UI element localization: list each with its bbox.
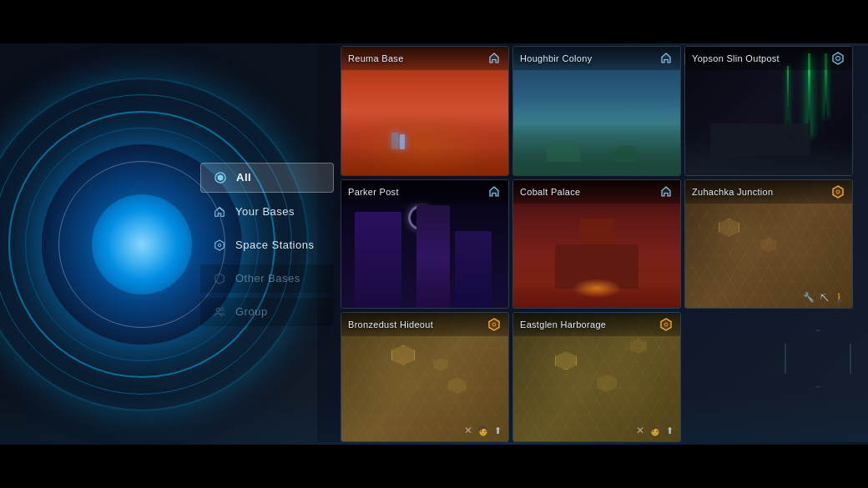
card-reuma-base[interactable]: Reuma Base — [341, 46, 509, 176]
card-icon-zuhachka — [830, 184, 845, 199]
card-title-bar-cobalt: Cobalt Palace — [513, 180, 680, 204]
person3-icon: 🧑 — [649, 425, 661, 436]
card-title-bar-houghbir: Houghbir Colony — [513, 47, 680, 70]
card-parker[interactable]: Parker Post — [341, 179, 509, 309]
card-title-bronzedust: Bronzedust Hideout — [348, 319, 433, 330]
card-title-zuhachka: Zuhachka Junction — [692, 187, 773, 197]
card-title-parker: Parker Post — [348, 187, 399, 197]
svg-point-3 — [216, 308, 220, 311]
card-zuhachka[interactable]: Zuhachka Junction 🔧 ⛏ 🚶 — [684, 179, 853, 309]
card-icon-cobalt — [659, 184, 674, 199]
card-title-eastglen: Eastglen Harborage — [520, 319, 606, 330]
card-title-cobalt: Cobalt Palace — [520, 187, 580, 197]
house-icon — [214, 206, 225, 218]
svg-point-4 — [221, 307, 225, 310]
card-icon-parker — [487, 184, 502, 199]
card-icon-reuma — [487, 51, 502, 66]
card-actions-eastglen: ✕ 🧑 ⬆ — [636, 425, 674, 436]
all-icon — [213, 170, 228, 185]
svg-point-2 — [218, 244, 221, 247]
card-actions-zuhachka: 🔧 ⛏ 🚶 — [803, 292, 845, 303]
card-cobalt[interactable]: Cobalt Palace — [512, 179, 681, 309]
card-title-reuma: Reuma Base — [348, 53, 404, 63]
card-title-bar-bronzedust: Bronzedust Hideout — [341, 313, 508, 336]
base-icon-reuma — [487, 52, 501, 65]
card-icon-bronzedust — [487, 317, 502, 332]
nav-item-all[interactable]: All — [200, 163, 334, 193]
card-title-houghbir: Houghbir Colony — [520, 53, 592, 63]
card-title-bar-reuma: Reuma Base — [341, 47, 508, 70]
bases-icon — [212, 204, 227, 219]
card-title-yopson: Yopson Slin Outpost — [692, 53, 780, 63]
nav-menu: All Your Bases Space Stations Other Base… — [200, 163, 334, 326]
base-icon-parker — [487, 185, 501, 199]
group-people-icon — [214, 306, 225, 318]
hex-gold-icon-eastglen — [659, 318, 673, 331]
card-title-bar-parker: Parker Post — [341, 180, 508, 204]
nav-label-group: Group — [235, 305, 268, 318]
base-icon-houghbir — [659, 52, 673, 65]
card-eastglen[interactable]: Eastglen Harborage ✕ 🧑 ⬆ — [512, 312, 681, 442]
nav3-icon: ⬆ — [666, 425, 674, 436]
card-title-bar-yopson: Yopson Slin Outpost — [685, 47, 852, 70]
nav-item-space-stations[interactable]: Space Stations — [200, 231, 334, 259]
wrench-icon: 🔧 — [803, 292, 815, 303]
card-actions-bronzedust: ✕ 🧑 ⬆ — [464, 425, 502, 436]
x-icon: ✕ — [464, 425, 472, 436]
card-houghbir[interactable]: Houghbir Colony — [512, 46, 681, 176]
hex-gold-icon-bronzedust — [487, 318, 501, 331]
base-icon-cobalt — [659, 185, 673, 199]
svg-point-1 — [218, 174, 224, 180]
holo-center — [92, 194, 192, 294]
pick-icon: ⛏ — [820, 293, 829, 303]
card-bronzedust[interactable]: Bronzedust Hideout ✕ 🧑 ⬆ — [341, 312, 509, 442]
radio-icon — [214, 172, 226, 184]
card-title-bar-zuhachka: Zuhachka Junction — [685, 180, 852, 204]
bottom-bar — [0, 445, 868, 488]
card-title-bar-eastglen: Eastglen Harborage — [513, 313, 680, 336]
hex-gold-icon-zuhachka — [831, 185, 845, 199]
station-icon-yopson — [831, 52, 845, 65]
nav2-icon: ⬆ — [494, 425, 502, 436]
hex-icon — [214, 239, 225, 251]
hex-dim-icon — [214, 273, 225, 284]
group-icon — [212, 304, 227, 319]
person2-icon: 🧑 — [477, 425, 489, 436]
person-icon: 🚶 — [834, 292, 845, 303]
nav-item-other-bases[interactable]: Other Bases — [200, 264, 334, 293]
nav-item-your-bases[interactable]: Your Bases — [200, 198, 334, 226]
other-bases-icon — [212, 271, 227, 286]
nav-label-space-stations: Space Stations — [235, 239, 314, 251]
locations-grid: Reuma Base Houghbir Colony — [341, 46, 853, 442]
nav-label-all: All — [236, 171, 251, 184]
card-icon-yopson — [830, 51, 845, 66]
card-icon-eastglen — [659, 317, 674, 332]
nav-label-your-bases: Your Bases — [235, 205, 295, 218]
card-icon-houghbir — [659, 51, 674, 66]
nav-label-other-bases: Other Bases — [235, 272, 300, 284]
top-bar — [0, 0, 868, 43]
x2-icon: ✕ — [636, 425, 644, 436]
card-yopson[interactable]: Yopson Slin Outpost — [684, 46, 853, 176]
nav-item-group[interactable]: Group — [200, 298, 334, 326]
stations-icon — [212, 238, 227, 253]
